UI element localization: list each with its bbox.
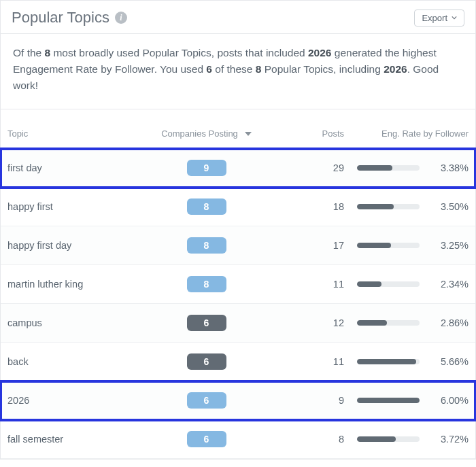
- cell-eng: 6.00%: [344, 395, 469, 406]
- companies-pill: 6: [187, 315, 226, 331]
- col-posts[interactable]: Posts: [266, 128, 344, 139]
- table-header-row: Topic Companies Posting Posts Eng. Rate …: [1, 109, 475, 149]
- cell-eng: 2.86%: [344, 317, 469, 328]
- sort-caret-down-icon: [245, 132, 252, 136]
- col-topic[interactable]: Topic: [7, 128, 147, 139]
- eng-value: 6.00%: [429, 395, 469, 406]
- cell-topic: martin luther king: [7, 279, 147, 290]
- cell-companies: 9: [147, 160, 266, 176]
- cell-topic: happy first: [7, 201, 147, 212]
- cell-posts: 11: [266, 356, 344, 367]
- companies-pill: 8: [187, 237, 226, 254]
- table-row[interactable]: first day9293.38%: [1, 149, 475, 188]
- eng-value: 2.86%: [429, 317, 469, 328]
- eng-value: 3.72%: [429, 434, 469, 445]
- col-posts-label: Posts: [322, 128, 344, 139]
- cell-companies: 8: [147, 237, 266, 254]
- summary-bold: 2026: [308, 47, 331, 58]
- cell-eng: 3.50%: [344, 201, 469, 212]
- eng-bar: [357, 243, 420, 248]
- summary-bold: 8: [45, 47, 51, 58]
- table-row[interactable]: fall semester683.72%: [1, 420, 475, 459]
- info-icon[interactable]: i: [115, 12, 127, 24]
- cell-topic: happy first day: [7, 240, 147, 251]
- export-label: Export: [422, 13, 447, 23]
- title-wrap: Popular Topics i: [12, 9, 127, 27]
- eng-value: 2.34%: [429, 279, 469, 290]
- cell-topic: fall semester: [7, 434, 147, 445]
- eng-value: 3.38%: [429, 162, 469, 173]
- cell-topic: first day: [7, 162, 147, 173]
- table-row[interactable]: 2026696.00%: [1, 381, 475, 420]
- eng-bar: [357, 436, 420, 442]
- cell-companies: 6: [147, 315, 266, 331]
- cell-posts: 9: [266, 395, 344, 406]
- cell-posts: 18: [266, 201, 344, 212]
- companies-pill: 6: [187, 431, 226, 447]
- cell-companies: 6: [147, 353, 266, 370]
- col-companies[interactable]: Companies Posting: [147, 128, 266, 139]
- cell-topic: back: [7, 356, 147, 367]
- table-row[interactable]: happy first day8173.25%: [1, 226, 475, 265]
- cell-companies: 6: [147, 431, 266, 447]
- cell-eng: 3.72%: [344, 434, 469, 445]
- cell-posts: 12: [266, 317, 344, 328]
- table-row[interactable]: martin luther king8112.34%: [1, 265, 475, 304]
- table-row[interactable]: happy first8183.50%: [1, 188, 475, 226]
- summary-text: Of the 8 most broadly used Popular Topic…: [1, 34, 475, 109]
- panel-title: Popular Topics: [12, 9, 109, 27]
- summary-bold: 2026: [384, 63, 407, 75]
- panel-header: Popular Topics i Export: [1, 1, 475, 34]
- cell-eng: 2.34%: [344, 279, 469, 290]
- export-button[interactable]: Export: [414, 10, 464, 27]
- companies-pill: 8: [187, 276, 226, 292]
- cell-topic: 2026: [7, 395, 147, 406]
- cell-companies: 6: [147, 392, 266, 409]
- summary-bold: 8: [256, 63, 262, 75]
- cell-posts: 8: [266, 434, 344, 445]
- eng-bar: [357, 359, 420, 364]
- eng-value: 5.66%: [429, 356, 469, 367]
- popular-topics-panel: Popular Topics i Export Of the 8 most br…: [0, 0, 476, 460]
- eng-bar: [357, 398, 420, 403]
- cell-eng: 3.38%: [344, 162, 469, 173]
- eng-bar: [357, 320, 420, 326]
- col-eng[interactable]: Eng. Rate by Follower: [344, 128, 469, 139]
- companies-pill: 8: [187, 198, 226, 215]
- col-topic-label: Topic: [7, 128, 28, 139]
- eng-bar: [357, 204, 420, 209]
- eng-bar: [357, 281, 420, 287]
- col-eng-label: Eng. Rate by Follower: [381, 128, 469, 139]
- topics-table: Topic Companies Posting Posts Eng. Rate …: [1, 109, 475, 459]
- cell-posts: 29: [266, 162, 344, 173]
- table-body: first day9293.38%happy first8183.50%happ…: [1, 149, 475, 459]
- cell-eng: 3.25%: [344, 240, 469, 251]
- cell-companies: 8: [147, 276, 266, 292]
- cell-posts: 17: [266, 240, 344, 251]
- eng-value: 3.50%: [429, 201, 469, 212]
- companies-pill: 6: [187, 392, 226, 409]
- col-companies-label: Companies Posting: [161, 128, 238, 139]
- companies-pill: 9: [187, 160, 226, 176]
- chevron-down-icon: [452, 15, 457, 20]
- companies-pill: 6: [187, 353, 226, 370]
- table-row[interactable]: back6115.66%: [1, 343, 475, 381]
- cell-posts: 11: [266, 279, 344, 290]
- table-row[interactable]: campus6122.86%: [1, 304, 475, 343]
- cell-topic: campus: [7, 317, 147, 328]
- cell-eng: 5.66%: [344, 356, 469, 367]
- cell-companies: 8: [147, 198, 266, 215]
- eng-value: 3.25%: [429, 240, 469, 251]
- eng-bar: [357, 165, 420, 171]
- summary-bold: 6: [206, 63, 212, 75]
